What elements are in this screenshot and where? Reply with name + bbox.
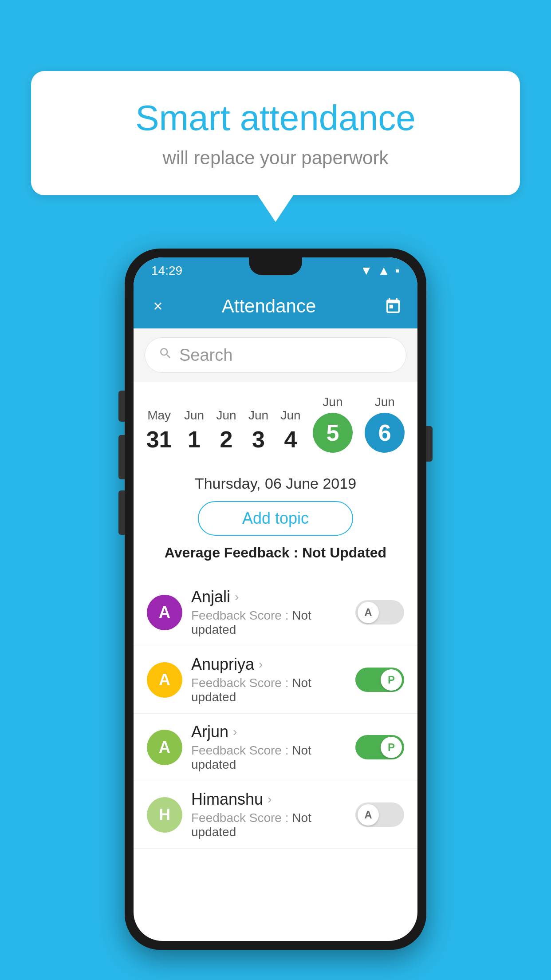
- student-item-arjun[interactable]: A Arjun › Feedback Score : Not updated P: [134, 714, 417, 781]
- selected-date-text: Thursday, 06 June 2019: [147, 475, 404, 492]
- avatar-anupriya: A: [147, 662, 182, 698]
- speech-bubble: Smart attendance will replace your paper…: [31, 71, 520, 195]
- student-info-arjun: Arjun › Feedback Score : Not updated: [191, 723, 346, 772]
- add-topic-button[interactable]: Add topic: [198, 501, 353, 536]
- status-time: 14:29: [151, 264, 182, 278]
- calendar-icon-button[interactable]: [382, 295, 404, 317]
- search-placeholder: Search: [179, 346, 232, 365]
- status-icons: ▼ ▲ ▪: [360, 264, 400, 278]
- content-area: Thursday, 06 June 2019 Add topic Average…: [134, 462, 417, 579]
- search-bar[interactable]: Search: [145, 337, 406, 373]
- battery-icon: ▪: [395, 264, 400, 278]
- speech-bubble-arrow: [258, 195, 293, 222]
- volume-button-up: [118, 435, 125, 479]
- date-item-2[interactable]: Jun 2: [211, 404, 241, 457]
- speech-bubble-title: Smart attendance: [67, 98, 484, 138]
- phone-outer-shell: 14:29 ▼ ▲ ▪ × Attendance: [125, 249, 426, 950]
- date-item-3[interactable]: Jun 3: [243, 404, 274, 457]
- search-container: Search: [134, 328, 417, 382]
- toggle-anjali[interactable]: A: [355, 600, 404, 624]
- toggle-anupriya[interactable]: P: [355, 668, 404, 692]
- date-item-1[interactable]: Jun 1: [179, 404, 209, 457]
- app-bar: × Attendance: [134, 284, 417, 328]
- avatar-arjun: A: [147, 730, 182, 765]
- volume-button-down: [118, 490, 125, 535]
- speech-bubble-subtitle: will replace your paperwork: [67, 147, 484, 169]
- app-bar-title: Attendance: [156, 296, 382, 317]
- speech-bubble-container: Smart attendance will replace your paper…: [31, 71, 520, 222]
- student-item-anjali[interactable]: A Anjali › Feedback Score : Not updated …: [134, 579, 417, 646]
- power-button: [426, 426, 433, 462]
- chevron-right-icon: ›: [268, 792, 272, 806]
- toggle-arjun[interactable]: P: [355, 735, 404, 759]
- phone-notch: [249, 257, 302, 275]
- chevron-right-icon: ›: [233, 725, 237, 739]
- date-item-4[interactable]: Jun 4: [275, 404, 306, 457]
- search-icon: [158, 346, 173, 364]
- signal-icon: ▲: [378, 264, 390, 278]
- date-item-6[interactable]: Jun 6: [359, 391, 410, 457]
- wifi-icon: ▼: [360, 264, 373, 278]
- chevron-right-icon: ›: [259, 657, 263, 672]
- avatar-himanshu: H: [147, 797, 182, 833]
- average-feedback: Average Feedback : Not Updated: [147, 545, 404, 561]
- student-item-anupriya[interactable]: A Anupriya › Feedback Score : Not update…: [134, 646, 417, 714]
- phone-screen: 14:29 ▼ ▲ ▪ × Attendance: [134, 257, 417, 941]
- student-list: A Anjali › Feedback Score : Not updated …: [134, 579, 417, 849]
- date-item-0[interactable]: May 31: [141, 404, 177, 457]
- date-scroll[interactable]: May 31 Jun 1 Jun 2 Jun 3 Jun 4: [134, 382, 417, 462]
- student-info-anupriya: Anupriya › Feedback Score : Not updated: [191, 655, 346, 704]
- student-item-himanshu[interactable]: H Himanshu › Feedback Score : Not update…: [134, 781, 417, 849]
- volume-button-top: [118, 391, 125, 422]
- student-info-himanshu: Himanshu › Feedback Score : Not updated: [191, 790, 346, 839]
- chevron-right-icon: ›: [235, 590, 239, 604]
- phone-device: 14:29 ▼ ▲ ▪ × Attendance: [125, 249, 426, 950]
- student-info-anjali: Anjali › Feedback Score : Not updated: [191, 588, 346, 637]
- date-item-5[interactable]: Jun 5: [307, 391, 358, 457]
- toggle-himanshu[interactable]: A: [355, 802, 404, 827]
- avatar-anjali: A: [147, 595, 182, 630]
